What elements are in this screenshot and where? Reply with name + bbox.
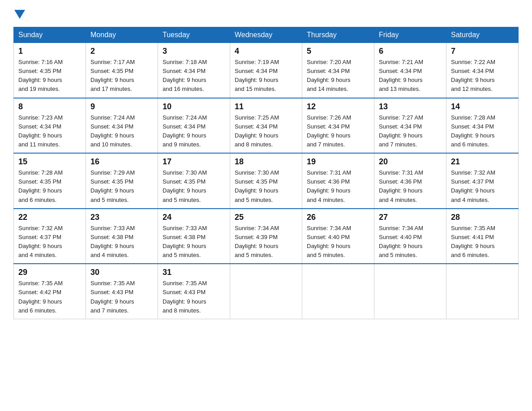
day-info: Sunrise: 7:26 AMSunset: 4:34 PMDaylight:… bbox=[307, 113, 369, 150]
calendar-week-row: 15Sunrise: 7:28 AMSunset: 4:35 PMDayligh… bbox=[14, 153, 519, 209]
day-info: Sunrise: 7:34 AMSunset: 4:39 PMDaylight:… bbox=[235, 224, 297, 260]
day-info: Sunrise: 7:32 AMSunset: 4:37 PMDaylight:… bbox=[18, 224, 81, 260]
day-info: Sunrise: 7:30 AMSunset: 4:35 PMDaylight:… bbox=[235, 168, 297, 205]
calendar-cell: 18Sunrise: 7:30 AMSunset: 4:35 PMDayligh… bbox=[230, 153, 302, 209]
calendar-cell: 21Sunrise: 7:32 AMSunset: 4:37 PMDayligh… bbox=[446, 153, 519, 209]
col-header-wednesday: Wednesday bbox=[230, 27, 302, 43]
day-number: 20 bbox=[379, 157, 442, 167]
day-number: 30 bbox=[90, 268, 153, 277]
col-header-sunday: Sunday bbox=[14, 27, 86, 43]
calendar-cell: 10Sunrise: 7:24 AMSunset: 4:34 PMDayligh… bbox=[158, 98, 230, 154]
calendar-cell: 11Sunrise: 7:25 AMSunset: 4:34 PMDayligh… bbox=[230, 98, 302, 154]
day-info: Sunrise: 7:23 AMSunset: 4:34 PMDaylight:… bbox=[18, 113, 81, 150]
calendar-cell: 22Sunrise: 7:32 AMSunset: 4:37 PMDayligh… bbox=[14, 209, 86, 264]
day-number: 26 bbox=[307, 213, 369, 222]
day-number: 25 bbox=[235, 213, 297, 222]
day-number: 18 bbox=[235, 157, 297, 167]
logo bbox=[13, 9, 26, 18]
day-number: 28 bbox=[451, 213, 514, 222]
day-number: 5 bbox=[307, 47, 369, 56]
day-info: Sunrise: 7:27 AMSunset: 4:34 PMDaylight:… bbox=[379, 113, 442, 150]
day-number: 21 bbox=[451, 157, 514, 167]
calendar-week-row: 29Sunrise: 7:35 AMSunset: 4:42 PMDayligh… bbox=[14, 264, 519, 319]
day-number: 1 bbox=[18, 47, 81, 56]
calendar-cell: 14Sunrise: 7:28 AMSunset: 4:34 PMDayligh… bbox=[446, 98, 519, 154]
calendar-cell: 2Sunrise: 7:17 AMSunset: 4:35 PMDaylight… bbox=[86, 43, 158, 98]
day-info: Sunrise: 7:34 AMSunset: 4:40 PMDaylight:… bbox=[307, 224, 369, 260]
day-number: 9 bbox=[90, 102, 153, 111]
calendar-cell bbox=[374, 264, 446, 319]
day-number: 7 bbox=[451, 47, 514, 56]
calendar-header-row: SundayMondayTuesdayWednesdayThursdayFrid… bbox=[14, 27, 519, 43]
day-info: Sunrise: 7:24 AMSunset: 4:34 PMDaylight:… bbox=[163, 113, 225, 150]
calendar-cell bbox=[446, 264, 519, 319]
calendar-cell: 26Sunrise: 7:34 AMSunset: 4:40 PMDayligh… bbox=[302, 209, 374, 264]
day-number: 31 bbox=[163, 268, 225, 277]
day-number: 11 bbox=[235, 102, 297, 111]
calendar-cell: 7Sunrise: 7:22 AMSunset: 4:34 PMDaylight… bbox=[446, 43, 519, 98]
day-number: 12 bbox=[307, 102, 369, 111]
calendar-cell: 3Sunrise: 7:18 AMSunset: 4:34 PMDaylight… bbox=[158, 43, 230, 98]
calendar-cell: 6Sunrise: 7:21 AMSunset: 4:34 PMDaylight… bbox=[374, 43, 446, 98]
calendar-cell: 17Sunrise: 7:30 AMSunset: 4:35 PMDayligh… bbox=[158, 153, 230, 209]
calendar-cell: 12Sunrise: 7:26 AMSunset: 4:34 PMDayligh… bbox=[302, 98, 374, 154]
day-number: 3 bbox=[163, 47, 225, 56]
calendar-cell: 19Sunrise: 7:31 AMSunset: 4:36 PMDayligh… bbox=[302, 153, 374, 209]
logo-arrow-icon bbox=[14, 10, 25, 19]
calendar-cell bbox=[302, 264, 374, 319]
day-info: Sunrise: 7:24 AMSunset: 4:34 PMDaylight:… bbox=[90, 113, 153, 150]
day-number: 19 bbox=[307, 157, 369, 167]
page-header bbox=[13, 9, 519, 18]
day-number: 29 bbox=[18, 268, 81, 277]
day-info: Sunrise: 7:35 AMSunset: 4:43 PMDaylight:… bbox=[163, 279, 225, 315]
day-info: Sunrise: 7:30 AMSunset: 4:35 PMDaylight:… bbox=[163, 168, 225, 205]
day-info: Sunrise: 7:32 AMSunset: 4:37 PMDaylight:… bbox=[451, 168, 514, 205]
calendar-cell: 15Sunrise: 7:28 AMSunset: 4:35 PMDayligh… bbox=[14, 153, 86, 209]
col-header-friday: Friday bbox=[374, 27, 446, 43]
col-header-monday: Monday bbox=[86, 27, 158, 43]
day-number: 16 bbox=[90, 157, 153, 167]
calendar-cell bbox=[230, 264, 302, 319]
day-info: Sunrise: 7:25 AMSunset: 4:34 PMDaylight:… bbox=[235, 113, 297, 150]
calendar-cell: 24Sunrise: 7:33 AMSunset: 4:38 PMDayligh… bbox=[158, 209, 230, 264]
calendar-cell: 31Sunrise: 7:35 AMSunset: 4:43 PMDayligh… bbox=[158, 264, 230, 319]
calendar-cell: 23Sunrise: 7:33 AMSunset: 4:38 PMDayligh… bbox=[86, 209, 158, 264]
day-info: Sunrise: 7:35 AMSunset: 4:42 PMDaylight:… bbox=[18, 279, 81, 315]
col-header-tuesday: Tuesday bbox=[158, 27, 230, 43]
day-info: Sunrise: 7:31 AMSunset: 4:36 PMDaylight:… bbox=[379, 168, 442, 205]
day-info: Sunrise: 7:16 AMSunset: 4:35 PMDaylight:… bbox=[18, 58, 81, 94]
calendar-week-row: 1Sunrise: 7:16 AMSunset: 4:35 PMDaylight… bbox=[14, 43, 519, 98]
calendar-cell: 28Sunrise: 7:35 AMSunset: 4:41 PMDayligh… bbox=[446, 209, 519, 264]
calendar-cell: 25Sunrise: 7:34 AMSunset: 4:39 PMDayligh… bbox=[230, 209, 302, 264]
day-number: 10 bbox=[163, 102, 225, 111]
calendar-table: SundayMondayTuesdayWednesdayThursdayFrid… bbox=[13, 27, 519, 319]
day-info: Sunrise: 7:18 AMSunset: 4:34 PMDaylight:… bbox=[163, 58, 225, 94]
day-number: 2 bbox=[90, 47, 153, 56]
day-info: Sunrise: 7:29 AMSunset: 4:35 PMDaylight:… bbox=[90, 168, 153, 205]
day-info: Sunrise: 7:35 AMSunset: 4:41 PMDaylight:… bbox=[451, 224, 514, 260]
day-number: 4 bbox=[235, 47, 297, 56]
day-number: 13 bbox=[379, 102, 442, 111]
day-number: 24 bbox=[163, 213, 225, 222]
day-info: Sunrise: 7:33 AMSunset: 4:38 PMDaylight:… bbox=[90, 224, 153, 260]
day-info: Sunrise: 7:21 AMSunset: 4:34 PMDaylight:… bbox=[379, 58, 442, 94]
col-header-thursday: Thursday bbox=[302, 27, 374, 43]
calendar-cell: 1Sunrise: 7:16 AMSunset: 4:35 PMDaylight… bbox=[14, 43, 86, 98]
day-info: Sunrise: 7:28 AMSunset: 4:35 PMDaylight:… bbox=[18, 168, 81, 205]
day-number: 8 bbox=[18, 102, 81, 111]
calendar-week-row: 22Sunrise: 7:32 AMSunset: 4:37 PMDayligh… bbox=[14, 209, 519, 264]
calendar-cell: 5Sunrise: 7:20 AMSunset: 4:34 PMDaylight… bbox=[302, 43, 374, 98]
day-number: 23 bbox=[90, 213, 153, 222]
day-info: Sunrise: 7:20 AMSunset: 4:34 PMDaylight:… bbox=[307, 58, 369, 94]
day-info: Sunrise: 7:35 AMSunset: 4:43 PMDaylight:… bbox=[90, 279, 153, 315]
calendar-cell: 8Sunrise: 7:23 AMSunset: 4:34 PMDaylight… bbox=[14, 98, 86, 154]
col-header-saturday: Saturday bbox=[446, 27, 519, 43]
day-info: Sunrise: 7:17 AMSunset: 4:35 PMDaylight:… bbox=[90, 58, 153, 94]
day-number: 15 bbox=[18, 157, 81, 167]
calendar-cell: 16Sunrise: 7:29 AMSunset: 4:35 PMDayligh… bbox=[86, 153, 158, 209]
day-number: 6 bbox=[379, 47, 442, 56]
calendar-cell: 4Sunrise: 7:19 AMSunset: 4:34 PMDaylight… bbox=[230, 43, 302, 98]
day-info: Sunrise: 7:31 AMSunset: 4:36 PMDaylight:… bbox=[307, 168, 369, 205]
day-info: Sunrise: 7:33 AMSunset: 4:38 PMDaylight:… bbox=[163, 224, 225, 260]
calendar-cell: 13Sunrise: 7:27 AMSunset: 4:34 PMDayligh… bbox=[374, 98, 446, 154]
